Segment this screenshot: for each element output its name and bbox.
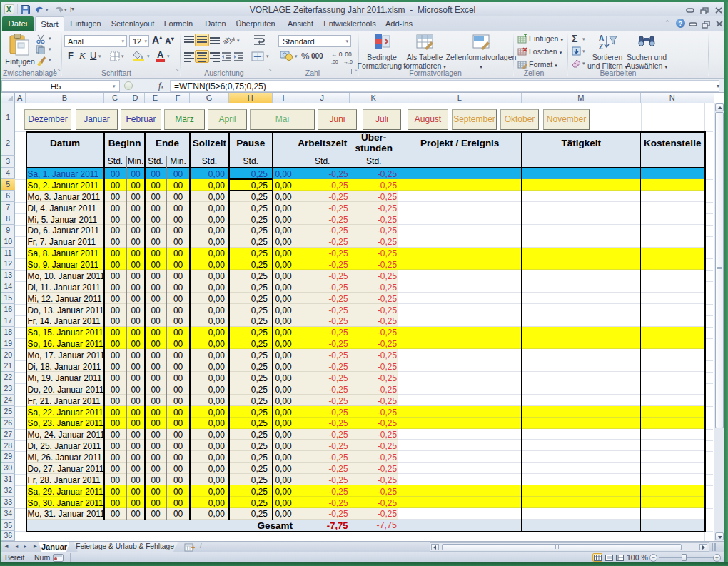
svg-text:ab: ab	[223, 34, 233, 46]
svg-text:Z: Z	[599, 43, 603, 51]
svg-text:A: A	[599, 34, 604, 42]
